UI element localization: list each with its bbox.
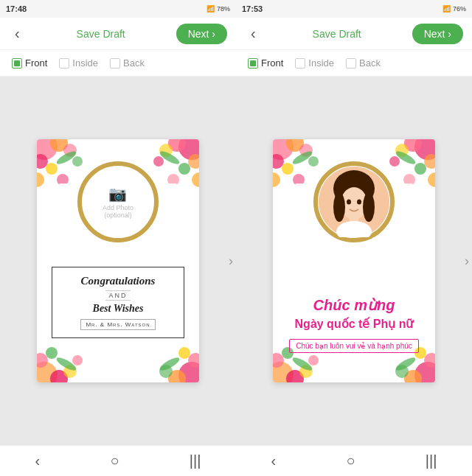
battery-icon-right: 📶 76% <box>442 5 466 13</box>
svg-point-22 <box>178 362 199 382</box>
svg-point-28 <box>159 149 181 167</box>
tab-checkbox-back-right <box>346 58 356 69</box>
name-text: Mr. & Mrs. Watson <box>80 319 155 330</box>
status-icons-right: 📶 76% <box>442 5 466 13</box>
nav-home-left[interactable]: ○ <box>98 449 131 472</box>
card-left[interactable]: 📷 Add Photo(optional) Congratulations AN… <box>37 139 199 382</box>
tab-checkbox-inside-right <box>295 58 305 69</box>
svg-point-7 <box>37 172 44 187</box>
svg-point-62 <box>395 355 417 373</box>
svg-point-72 <box>357 200 361 205</box>
svg-point-41 <box>404 139 422 152</box>
svg-point-2 <box>37 154 48 169</box>
svg-point-70 <box>363 192 375 222</box>
svg-point-27 <box>55 149 78 167</box>
card2-text-area-right[interactable]: Chúc mừng Ngày quốc tế Phụ nữ Chúc bạn l… <box>273 296 435 353</box>
tab-checkbox-front-left <box>12 58 22 69</box>
svg-point-60 <box>395 149 417 167</box>
photo-circle-right[interactable] <box>313 161 395 242</box>
nav-back-left[interactable]: ‹ <box>24 449 52 472</box>
status-bar-right: 17:53 📶 76% <box>236 0 472 18</box>
svg-point-14 <box>167 174 179 186</box>
svg-point-32 <box>273 139 294 160</box>
svg-point-47 <box>428 172 435 187</box>
svg-point-25 <box>159 365 173 378</box>
svg-point-6 <box>57 174 69 186</box>
save-draft-button-left[interactable]: Save Draft <box>77 28 125 40</box>
svg-point-35 <box>299 144 313 157</box>
nav-back-right[interactable]: ‹ <box>260 449 288 472</box>
svg-point-54 <box>414 362 435 382</box>
card-area-right: Chúc mừng Ngày quốc tế Phụ nữ Chúc bạn l… <box>236 77 472 445</box>
tab-bar-left: Front Inside Back <box>0 50 236 77</box>
svg-point-42 <box>424 154 435 169</box>
tab-checkbox-inside-left <box>59 58 69 69</box>
next-button-left[interactable]: Next › <box>176 24 227 44</box>
gold-ring-right <box>313 161 395 242</box>
card-arrow-left[interactable]: › <box>229 253 233 269</box>
camera-icon-left: 📷 <box>108 185 127 203</box>
best-wishes-text: Best Wishes <box>58 303 178 315</box>
tab-back-left[interactable]: Back <box>110 57 145 69</box>
card-area-left: 📷 Add Photo(optional) Congratulations AN… <box>0 77 236 445</box>
add-photo-label-left: Add Photo(optional) <box>103 204 133 219</box>
svg-point-71 <box>347 200 351 205</box>
status-bar-left: 17:48 📶 78% <box>0 0 236 18</box>
svg-point-56 <box>424 353 435 368</box>
tab-back-right[interactable]: Back <box>346 57 381 69</box>
card-text-area-left[interactable]: Congratulations AND Best Wishes Mr. & Mr… <box>52 267 184 338</box>
tab-front-label-right: Front <box>261 57 283 69</box>
svg-point-15 <box>192 172 199 187</box>
back-button-right[interactable]: ‹ <box>245 22 262 45</box>
photo-circle-left[interactable]: 📷 Add Photo(optional) <box>77 161 159 242</box>
nav-menu-right[interactable]: ||| <box>414 449 449 472</box>
svg-point-39 <box>273 172 280 187</box>
status-icons-left: 📶 78% <box>206 5 230 13</box>
card-arrow-right[interactable]: › <box>465 253 469 269</box>
gold-ring-left: 📷 Add Photo(optional) <box>77 161 159 242</box>
svg-point-23 <box>168 370 186 382</box>
card-right[interactable]: Chúc mừng Ngày quốc tế Phụ nữ Chúc bạn l… <box>273 139 435 382</box>
svg-point-12 <box>178 163 190 175</box>
tab-inside-right[interactable]: Inside <box>295 57 334 69</box>
panel-right: 17:53 📶 76% ‹ Save Draft Next › Front In… <box>236 0 472 476</box>
tab-bar-right: Front Inside Back <box>236 50 472 77</box>
svg-point-8 <box>178 139 199 160</box>
tab-front-left[interactable]: Front <box>12 57 47 69</box>
tab-checkbox-front-right <box>248 58 258 69</box>
svg-point-33 <box>286 139 304 152</box>
top-bar-right: ‹ Save Draft Next › <box>236 18 472 50</box>
tab-checkbox-back-left <box>110 58 120 69</box>
svg-point-10 <box>188 154 199 169</box>
save-draft-button-right[interactable]: Save Draft <box>313 28 361 40</box>
and-text: AND <box>105 290 130 301</box>
person-svg <box>319 167 389 237</box>
tab-inside-left[interactable]: Inside <box>59 57 98 69</box>
next-button-right[interactable]: Next › <box>412 24 463 44</box>
svg-point-11 <box>159 144 173 157</box>
svg-point-57 <box>395 365 409 378</box>
svg-point-36 <box>282 163 294 175</box>
svg-point-21 <box>72 355 83 365</box>
svg-point-53 <box>308 355 319 365</box>
svg-point-20 <box>46 347 58 359</box>
svg-point-51 <box>299 365 313 378</box>
congratulations-text: Congratulations <box>58 275 178 287</box>
svg-point-19 <box>63 365 77 378</box>
svg-point-46 <box>403 174 415 186</box>
svg-point-44 <box>414 163 426 175</box>
svg-point-55 <box>404 370 422 382</box>
chuc-mung-text: Chúc mừng <box>280 296 428 314</box>
svg-point-9 <box>168 139 186 152</box>
tab-inside-label-right: Inside <box>308 57 334 69</box>
tab-inside-label-left: Inside <box>72 57 98 69</box>
nav-home-right[interactable]: ○ <box>334 449 367 472</box>
svg-point-48 <box>273 362 294 382</box>
tab-front-right[interactable]: Front <box>248 57 283 69</box>
svg-point-1 <box>50 139 68 152</box>
svg-point-50 <box>273 353 284 368</box>
back-button-left[interactable]: ‹ <box>9 22 26 45</box>
svg-point-69 <box>333 192 345 222</box>
nav-menu-left[interactable]: ||| <box>178 449 213 472</box>
svg-point-16 <box>37 362 58 382</box>
